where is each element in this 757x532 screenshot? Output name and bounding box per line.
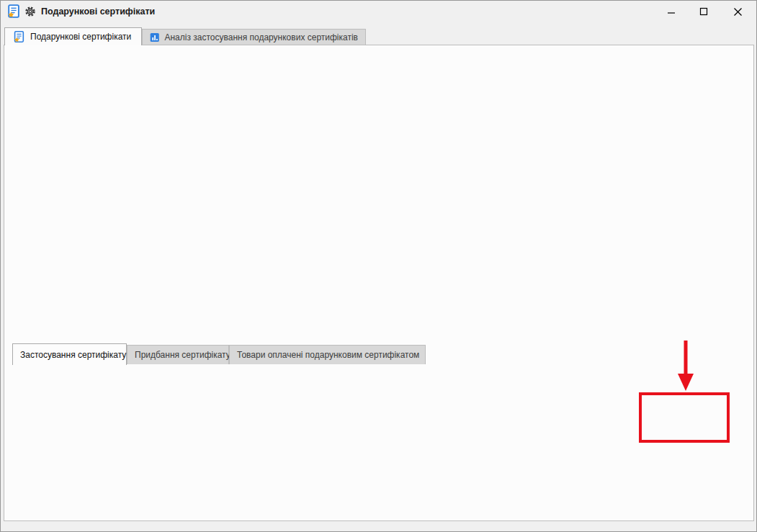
doc-star-icon — [12, 30, 25, 43]
title-bar: Подарункові сертифікати — [1, 1, 756, 22]
tab-label: Аналіз застосування подарункових сертифі… — [164, 32, 358, 42]
annotation-arrow — [674, 338, 697, 394]
close-button[interactable] — [722, 1, 753, 22]
maximize-button[interactable] — [688, 1, 720, 22]
tab-analysis[interactable]: Аналіз застосування подарункових сертифі… — [142, 29, 366, 45]
tab-label: Подарункові сертифікати — [30, 32, 131, 42]
app-window: Подарункові сертифікати Подарункові серт… — [0, 0, 757, 532]
bar-chart-icon — [150, 32, 159, 43]
gear-icon[interactable] — [24, 6, 36, 17]
tab-gift-certificates[interactable]: Подарункові сертифікати — [4, 27, 142, 45]
window-title: Подарункові сертифікати — [41, 6, 155, 17]
annotation-rectangle — [639, 392, 730, 443]
minimize-button[interactable] — [655, 1, 687, 22]
tab-goods-paid[interactable]: Товари оплачені подарунковим сертифікато… — [229, 345, 426, 364]
content-panel — [4, 45, 754, 521]
tab-certificate-purchase[interactable]: Придбання сертифікату — [127, 345, 229, 364]
app-logo-icon — [6, 4, 21, 19]
tab-certificate-usage[interactable]: Застосування сертифікату — [12, 343, 127, 365]
